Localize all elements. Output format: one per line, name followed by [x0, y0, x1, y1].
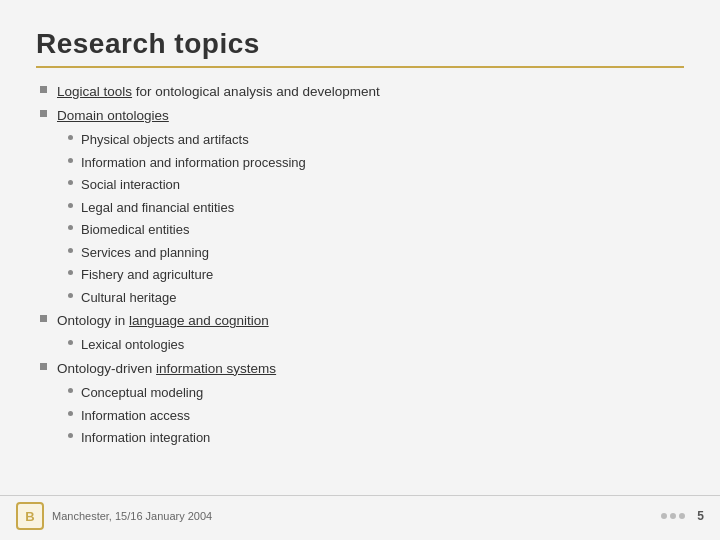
sub-text: Biomedical entities	[81, 220, 189, 240]
bullet-item-3: Ontology in language and cognition	[40, 311, 684, 331]
logo-letter: B	[25, 509, 34, 524]
bullet-item-4: Ontology-driven information systems	[40, 359, 684, 379]
list-item: Physical objects and artifacts	[68, 130, 684, 150]
sub-bullet	[68, 388, 73, 393]
bullet-text-1: Logical tools for ontological analysis a…	[57, 82, 380, 102]
sub-bullet	[68, 225, 73, 230]
sub-bullet	[68, 180, 73, 185]
sub-text: Lexical ontologies	[81, 335, 184, 355]
list-item: Lexical ontologies	[68, 335, 684, 355]
language-cognition-underline: language and cognition	[129, 313, 269, 328]
sub-text: Physical objects and artifacts	[81, 130, 249, 150]
bullet-square-1	[40, 86, 47, 93]
sub-bullet	[68, 340, 73, 345]
bullet-square-2	[40, 110, 47, 117]
footer-dot	[661, 513, 667, 519]
slide-title: Research topics	[36, 28, 684, 60]
sub-bullet	[68, 433, 73, 438]
domain-sub-list: Physical objects and artifacts Informati…	[68, 130, 684, 307]
info-systems-underline: information systems	[156, 361, 276, 376]
sub-bullet	[68, 411, 73, 416]
sub-text: Legal and financial entities	[81, 198, 234, 218]
sub-bullet	[68, 270, 73, 275]
bullet-text-3: Ontology in language and cognition	[57, 311, 269, 331]
list-item: Information integration	[68, 428, 684, 448]
bullet-text-2: Domain ontologies	[57, 106, 169, 126]
sub-bullet	[68, 203, 73, 208]
list-item: Information and information processing	[68, 153, 684, 173]
footer-right: 5	[661, 509, 704, 523]
list-item: Fishery and agriculture	[68, 265, 684, 285]
footer: B Manchester, 15/16 January 2004 5	[0, 495, 720, 530]
title-area: Research topics	[36, 28, 684, 68]
sub-text: Information access	[81, 406, 190, 426]
bullet-square-3	[40, 315, 47, 322]
sub-text: Fishery and agriculture	[81, 265, 213, 285]
list-item: Biomedical entities	[68, 220, 684, 240]
bullet-item-1: Logical tools for ontological analysis a…	[40, 82, 684, 102]
bullet-square-4	[40, 363, 47, 370]
sub-text: Services and planning	[81, 243, 209, 263]
list-item: Legal and financial entities	[68, 198, 684, 218]
footer-left: B Manchester, 15/16 January 2004	[16, 502, 212, 530]
footer-dot	[670, 513, 676, 519]
list-item: Services and planning	[68, 243, 684, 263]
sub-text: Conceptual modeling	[81, 383, 203, 403]
logical-tools-underline: Logical tools	[57, 84, 132, 99]
slide: Research topics Logical tools for ontolo…	[0, 0, 720, 540]
sub-text: Social interaction	[81, 175, 180, 195]
content-area: Logical tools for ontological analysis a…	[36, 82, 684, 448]
sub-bullet	[68, 248, 73, 253]
footer-date: Manchester, 15/16 January 2004	[52, 510, 212, 522]
list-item: Information access	[68, 406, 684, 426]
sub-bullet	[68, 135, 73, 140]
sub-bullet	[68, 158, 73, 163]
page-number: 5	[697, 509, 704, 523]
footer-logo: B	[16, 502, 44, 530]
list-item: Cultural heritage	[68, 288, 684, 308]
language-sub-list: Lexical ontologies	[68, 335, 684, 355]
list-item: Social interaction	[68, 175, 684, 195]
list-item: Conceptual modeling	[68, 383, 684, 403]
domain-ontologies-underline: Domain ontologies	[57, 108, 169, 123]
bullet-text-4: Ontology-driven information systems	[57, 359, 276, 379]
bullet-item-2: Domain ontologies	[40, 106, 684, 126]
footer-dot	[679, 513, 685, 519]
sub-text: Cultural heritage	[81, 288, 176, 308]
sub-bullet	[68, 293, 73, 298]
title-divider	[36, 66, 684, 68]
footer-dots	[661, 513, 685, 519]
infosystems-sub-list: Conceptual modeling Information access I…	[68, 383, 684, 448]
sub-text: Information and information processing	[81, 153, 306, 173]
sub-text: Information integration	[81, 428, 210, 448]
